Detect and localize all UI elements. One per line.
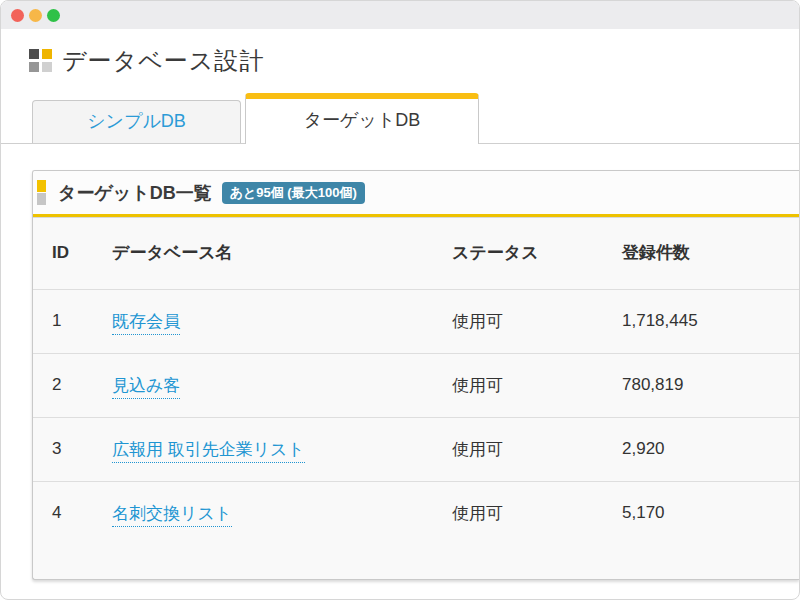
tab-target-db[interactable]: ターゲットDB	[245, 93, 479, 144]
database-table: ID データベース名 ステータス 登録件数 1 既存会員 使用可 1,718,4…	[33, 217, 799, 545]
cell-count: 780,819	[603, 353, 799, 417]
cell-status: 使用可	[433, 481, 603, 545]
database-link[interactable]: 広報用 取引先企業リスト	[112, 440, 305, 463]
table-row: 1 既存会員 使用可 1,718,445	[33, 289, 799, 353]
tab-simple-db[interactable]: シンプルDB	[32, 100, 241, 143]
cell-count: 1,718,445	[603, 289, 799, 353]
column-header-name: データベース名	[93, 217, 433, 289]
target-db-list-panel: ターゲットDB一覧 あと95個 (最大100個) ID データベース名 ステータ…	[32, 170, 799, 580]
cell-status: 使用可	[433, 417, 603, 481]
table-header-row: ID データベース名 ステータス 登録件数	[33, 217, 799, 289]
cell-id: 2	[33, 353, 93, 417]
app-logo-icon	[29, 49, 53, 73]
panel-title: ターゲットDB一覧	[58, 181, 212, 205]
column-header-id: ID	[33, 217, 93, 289]
cell-status: 使用可	[433, 353, 603, 417]
cell-count: 5,170	[603, 481, 799, 545]
remaining-count-badge: あと95個 (最大100個)	[222, 182, 365, 204]
cell-id: 3	[33, 417, 93, 481]
database-link[interactable]: 名刺交換リスト	[112, 504, 232, 527]
table-row: 3 広報用 取引先企業リスト 使用可 2,920	[33, 417, 799, 481]
window-titlebar	[1, 1, 799, 29]
tab-bar: シンプルDB ターゲットDB	[1, 94, 799, 144]
cell-status: 使用可	[433, 289, 603, 353]
page-header: データベース設計	[29, 44, 799, 78]
list-marker-icon	[37, 180, 46, 205]
app-window: データベース設計 シンプルDB ターゲットDB ターゲットDB一覧 あと95個 …	[0, 0, 800, 600]
cell-id: 4	[33, 481, 93, 545]
zoom-window-button[interactable]	[47, 9, 60, 22]
column-header-status: ステータス	[433, 217, 603, 289]
database-link[interactable]: 既存会員	[112, 312, 180, 335]
table-row: 2 見込み客 使用可 780,819	[33, 353, 799, 417]
panel-header: ターゲットDB一覧 あと95個 (最大100個)	[33, 171, 799, 217]
close-window-button[interactable]	[11, 9, 24, 22]
column-header-count: 登録件数	[603, 217, 799, 289]
database-link[interactable]: 見込み客	[112, 376, 180, 399]
minimize-window-button[interactable]	[29, 9, 42, 22]
page-content: データベース設計 シンプルDB ターゲットDB ターゲットDB一覧 あと95個 …	[1, 44, 799, 580]
panel-body: ID データベース名 ステータス 登録件数 1 既存会員 使用可 1,718,4…	[33, 217, 799, 545]
cell-count: 2,920	[603, 417, 799, 481]
table-row: 4 名刺交換リスト 使用可 5,170	[33, 481, 799, 545]
cell-id: 1	[33, 289, 93, 353]
page-title: データベース設計	[62, 45, 264, 77]
